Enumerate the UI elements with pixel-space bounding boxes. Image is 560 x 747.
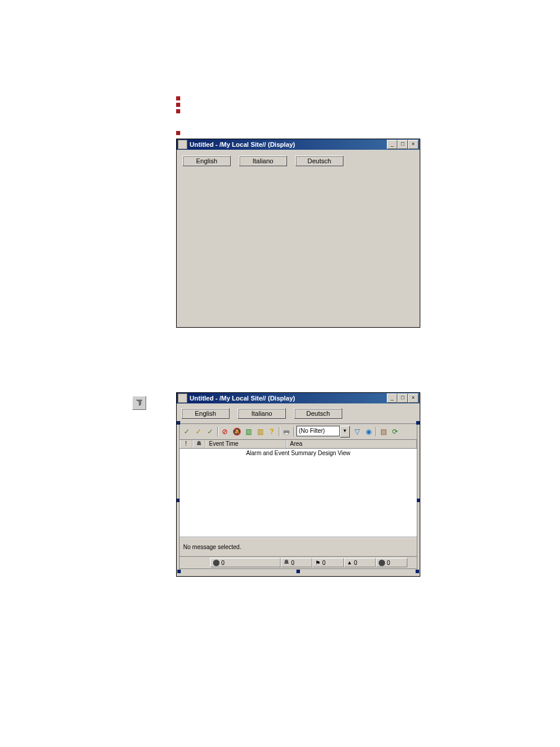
deutsch-button[interactable]: Deutsch <box>295 156 343 166</box>
status-suppressed: 0 <box>376 558 407 567</box>
titlebar[interactable]: Untitled - /My Local Site// (Display) _ … <box>177 139 420 150</box>
svg-rect-1 <box>285 429 288 430</box>
minimize-button[interactable]: _ <box>387 393 397 403</box>
status-unacked-value: 0 <box>322 560 326 566</box>
chevron-down-icon[interactable]: ▼ <box>340 426 350 438</box>
disable-icon[interactable]: ⊘ <box>220 427 230 436</box>
unshelve-icon[interactable]: ▥ <box>255 427 265 436</box>
ack-all-icon[interactable]: ✓ <box>205 427 215 436</box>
design-view-label: Alarm and Event Summary Design View <box>180 450 417 456</box>
status-active-value: 0 <box>291 560 295 566</box>
svg-rect-2 <box>285 433 288 435</box>
minimize-button[interactable]: _ <box>387 140 397 149</box>
maximize-button[interactable]: □ <box>397 393 408 403</box>
close-button[interactable]: × <box>408 393 419 403</box>
flag-icon: ⚑ <box>315 560 321 566</box>
priority-column-header[interactable]: ! <box>180 440 193 448</box>
ack-check-icon[interactable]: ✓ <box>182 427 191 436</box>
app-icon <box>178 140 187 149</box>
circle-icon <box>379 560 385 566</box>
resize-handle-icon[interactable] <box>416 570 419 573</box>
window-title: Untitled - /My Local Site// (Display) <box>190 141 384 148</box>
details-pane-icon[interactable]: ▤ <box>379 427 388 436</box>
alarm-summary-panel[interactable]: ✓ ✓ ✓ ⊘ 🔕 ▥ ▥ ? <box>179 423 417 569</box>
app-icon <box>178 393 187 403</box>
area-column-header[interactable]: Area <box>286 440 417 448</box>
display-window-1: Untitled - /My Local Site// (Display) _ … <box>176 139 420 328</box>
titlebar[interactable]: Untitled - /My Local Site// (Display) _ … <box>177 393 420 403</box>
close-button[interactable]: × <box>408 140 419 149</box>
resize-handle-icon[interactable] <box>296 570 300 573</box>
alarm-toolbar: ✓ ✓ ✓ ⊘ 🔕 ▥ ▥ ? <box>180 424 417 440</box>
hash-icon <box>213 560 220 566</box>
bullet-square-icon <box>176 96 180 100</box>
alarm-grid-body[interactable]: Alarm and Event Summary Design View <box>180 449 417 537</box>
event-time-column-header[interactable]: Event Time <box>205 440 286 448</box>
refresh-view-icon[interactable]: ◉ <box>364 427 373 436</box>
status-suppressed-value: 0 <box>387 560 390 566</box>
bullet-square-icon <box>176 109 180 113</box>
display-window-2: Untitled - /My Local Site// (Display) _ … <box>176 392 420 577</box>
resize-handle-icon[interactable] <box>177 421 180 425</box>
english-button[interactable]: English <box>183 156 231 166</box>
column-header-row: ! Event Time Area <box>180 440 417 449</box>
cycle-refresh-icon[interactable]: ⟳ <box>390 427 400 436</box>
alarm-column-header[interactable] <box>193 440 205 448</box>
status-total-value: 0 <box>221 560 225 566</box>
filter-funnel-icon[interactable]: ▽ <box>352 427 362 436</box>
bullet-square-icon <box>176 103 180 107</box>
alarm-summary-tool-icon[interactable] <box>132 396 146 410</box>
bullet-list <box>176 96 537 113</box>
filter-combo[interactable]: (No Filter) <box>296 426 340 436</box>
alarm-status-bar: 0 0 ⚑ 0 ▲ <box>180 557 417 568</box>
status-shelved-value: 0 <box>354 560 357 566</box>
italiano-button[interactable]: Italiano <box>239 156 287 166</box>
display-canvas[interactable] <box>180 170 416 324</box>
bullet-square-icon <box>176 131 180 135</box>
ack-page-icon[interactable]: ✓ <box>194 427 203 436</box>
shelf-dot-icon: ▲ <box>347 560 352 566</box>
shelve-icon[interactable]: ▥ <box>244 427 253 436</box>
bell-icon <box>284 559 289 566</box>
print-icon[interactable] <box>282 427 291 436</box>
silence-icon[interactable]: 🔕 <box>232 427 241 436</box>
window-title: Untitled - /My Local Site// (Display) <box>190 395 384 402</box>
status-shelved: ▲ 0 <box>344 558 376 567</box>
status-unacked: ⚑ 0 <box>312 558 344 567</box>
bullet-single <box>176 131 537 135</box>
help-icon[interactable]: ? <box>267 427 276 436</box>
status-total: 0 <box>210 558 281 567</box>
italiano-button[interactable]: Italiano <box>238 408 286 419</box>
resize-handle-icon[interactable] <box>416 421 420 425</box>
maximize-button[interactable]: □ <box>397 140 408 149</box>
status-active: 0 <box>281 558 312 567</box>
resize-handle-icon[interactable] <box>177 570 181 573</box>
deutsch-button[interactable]: Deutsch <box>294 408 342 419</box>
message-detail-bar: No message selected. <box>180 537 417 557</box>
english-button[interactable]: English <box>181 408 230 419</box>
